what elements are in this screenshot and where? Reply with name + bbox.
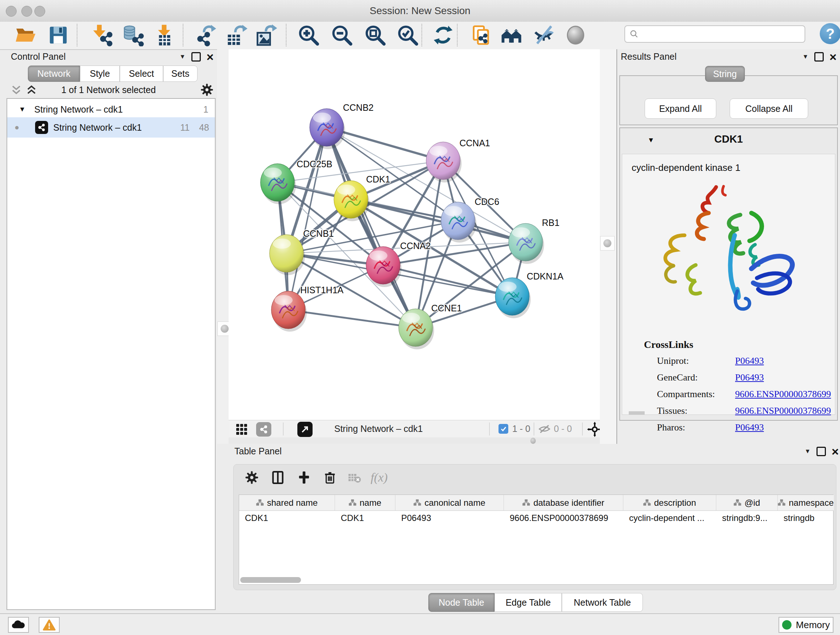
zoom-out-icon[interactable] bbox=[329, 22, 355, 48]
toolbar-search-field[interactable] bbox=[624, 25, 805, 43]
tab-string[interactable]: String bbox=[705, 66, 745, 82]
table-options-gear-icon[interactable] bbox=[242, 468, 262, 487]
node-label-RB1: RB1 bbox=[542, 218, 560, 228]
crosslink-genecard-link[interactable]: P06493 bbox=[735, 372, 764, 383]
create-column-icon[interactable] bbox=[294, 468, 314, 487]
tab-network-table[interactable]: Network Table bbox=[562, 593, 643, 612]
column-icon bbox=[523, 499, 530, 506]
collection-expander-icon[interactable]: ▼ bbox=[19, 105, 26, 113]
zoom-fit-icon[interactable] bbox=[363, 22, 388, 48]
export-table-icon[interactable] bbox=[224, 22, 249, 48]
cloud-status-button[interactable] bbox=[8, 617, 29, 633]
control-panel-title: Control Panel bbox=[11, 51, 65, 62]
column-header-shared-name[interactable]: shared name bbox=[239, 495, 335, 510]
table-cell[interactable]: CDK1 bbox=[335, 510, 395, 526]
zoom-in-icon[interactable] bbox=[296, 22, 321, 48]
memory-label: Memory bbox=[796, 619, 830, 631]
show-hide-graphics-icon[interactable] bbox=[531, 22, 556, 48]
results-scrollbar-thumb[interactable] bbox=[629, 411, 645, 415]
crosslink-pharos-link[interactable]: P06493 bbox=[735, 422, 764, 433]
gene-symbol: CDK1 bbox=[620, 133, 837, 145]
control-panel-close-icon[interactable]: × bbox=[207, 53, 214, 60]
crosslink-row: Compartments: bbox=[657, 389, 715, 400]
left-splitter[interactable] bbox=[217, 49, 229, 444]
crosslink-tissues-link[interactable]: 9606.ENSP00000378699 bbox=[735, 405, 831, 416]
network-view-icon[interactable] bbox=[256, 422, 271, 437]
column-header-description[interactable]: description bbox=[623, 495, 716, 510]
column-header-canonical-name[interactable]: canonical name bbox=[395, 495, 504, 510]
table-panel-close-icon[interactable]: × bbox=[832, 448, 839, 455]
horizontal-splitter-handle[interactable] bbox=[531, 438, 536, 444]
crosslink-row: Uniprot: bbox=[657, 356, 689, 366]
network-options-gear-icon[interactable] bbox=[200, 82, 214, 98]
memory-button[interactable]: Memory bbox=[778, 617, 834, 633]
node-label-CCNB1: CCNB1 bbox=[303, 228, 334, 239]
tab-node-table[interactable]: Node Table bbox=[428, 593, 494, 612]
export-network-icon[interactable] bbox=[193, 22, 218, 48]
horizontal-splitter[interactable] bbox=[229, 437, 601, 444]
column-header-id[interactable]: @id bbox=[716, 495, 778, 510]
table-cell[interactable]: P06493 bbox=[395, 510, 504, 526]
table-cell[interactable]: CDK1 bbox=[239, 510, 335, 526]
tab-edge-table[interactable]: Edge Table bbox=[494, 593, 562, 612]
middle-splitter-handle[interactable] bbox=[600, 236, 615, 250]
delete-table-icon bbox=[344, 468, 365, 487]
table-cell[interactable]: stringdb bbox=[778, 510, 834, 526]
control-panel-menu-icon[interactable]: ▼ bbox=[180, 53, 186, 60]
results-panel: Results Panel ▼ × String Expand All Coll… bbox=[617, 49, 840, 444]
tab-select[interactable]: Select bbox=[120, 65, 163, 82]
save-session-icon[interactable] bbox=[46, 22, 71, 48]
selected-checkbox-icon[interactable] bbox=[499, 424, 508, 434]
preview-sphere-icon[interactable] bbox=[563, 22, 588, 48]
detach-view-icon[interactable] bbox=[297, 422, 313, 437]
table-panel-float-icon[interactable] bbox=[816, 447, 826, 456]
clone-network-icon[interactable] bbox=[469, 22, 494, 48]
network-collection-row[interactable]: ▼ String Network – cdk1 1 bbox=[7, 103, 215, 116]
collapse-all-button[interactable]: Collapse All bbox=[729, 98, 808, 119]
open-session-icon[interactable] bbox=[13, 22, 38, 48]
first-neighbors-icon[interactable] bbox=[499, 22, 524, 48]
column-header-database-identifier[interactable]: database identifier bbox=[504, 495, 623, 510]
table-panel-menu-icon[interactable]: ▼ bbox=[805, 448, 811, 455]
results-panel-close-icon[interactable]: × bbox=[829, 53, 837, 60]
title-bar: Session: New Session bbox=[0, 0, 840, 22]
tab-style[interactable]: Style bbox=[80, 65, 120, 82]
results-panel-float-icon[interactable] bbox=[814, 52, 824, 62]
help-button[interactable]: ? bbox=[820, 23, 840, 44]
results-panel-menu-icon[interactable]: ▼ bbox=[802, 53, 808, 60]
column-icon bbox=[643, 499, 651, 506]
control-panel-float-icon[interactable] bbox=[191, 52, 201, 62]
network-canvas[interactable]: CCNB2CCNA1CDC25BCDK1CDC6RB1CCNB1CCNA2CDK… bbox=[229, 49, 601, 420]
zoom-selected-icon[interactable] bbox=[395, 22, 420, 48]
column-header-name[interactable]: name bbox=[335, 495, 395, 510]
table-cell[interactable]: cyclin-dependent ... bbox=[623, 510, 716, 526]
toolbar-separator bbox=[77, 24, 77, 46]
delete-column-icon[interactable] bbox=[320, 468, 340, 487]
table-hscrollbar-thumb[interactable] bbox=[240, 577, 301, 583]
import-table-file-icon[interactable] bbox=[152, 22, 177, 48]
refresh-icon[interactable] bbox=[431, 22, 456, 48]
column-header-namespace[interactable]: namespace bbox=[778, 495, 834, 510]
node-count: 11 bbox=[180, 122, 189, 133]
tab-network[interactable]: Network bbox=[28, 65, 80, 82]
tab-sets[interactable]: Sets bbox=[163, 65, 197, 82]
expand-all-button[interactable]: Expand All bbox=[645, 98, 716, 119]
network-view-toolbar: String Network – cdk1 1 - 0 0 - 0 bbox=[229, 420, 601, 438]
cloud-icon bbox=[11, 619, 26, 630]
export-image-icon[interactable] bbox=[253, 22, 279, 48]
control-panel: Control Panel ▼ × Network Style Select S… bbox=[0, 49, 217, 613]
search-input[interactable] bbox=[639, 29, 805, 40]
crosslink-uniprot-link[interactable]: P06493 bbox=[735, 356, 764, 366]
import-network-database-icon[interactable] bbox=[120, 22, 145, 48]
warnings-button[interactable] bbox=[39, 617, 60, 633]
crosslink-compartments-link[interactable]: 9606.ENSP00000378699 bbox=[735, 389, 831, 400]
grid-view-icon[interactable] bbox=[235, 423, 248, 437]
crosslink-row: Tissues: bbox=[657, 405, 687, 416]
show-columns-icon[interactable] bbox=[268, 468, 288, 487]
table-cell[interactable]: 9606.ENSP00000378699 bbox=[504, 510, 623, 526]
viewbar-separator bbox=[534, 423, 534, 435]
import-network-file-icon[interactable] bbox=[89, 22, 114, 48]
network-label: String Network – cdk1 bbox=[53, 122, 142, 133]
network-row-selected[interactable]: ● String Network – cdk1 11 48 bbox=[7, 117, 215, 138]
table-cell[interactable]: stringdb:9... bbox=[716, 510, 778, 526]
